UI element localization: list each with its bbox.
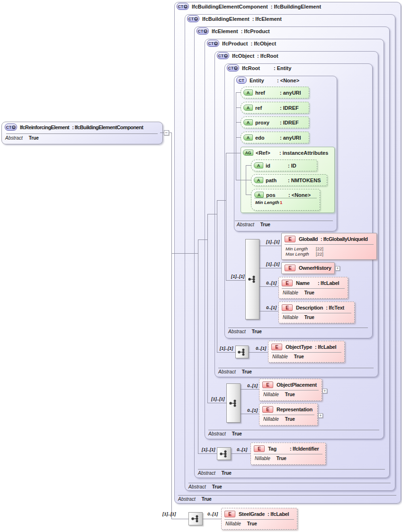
connector-line <box>217 352 235 353</box>
attribute-icon: A <box>254 162 263 168</box>
connector-line <box>249 352 268 353</box>
connector-line <box>198 239 207 240</box>
attribute-proxy[interactable]: A proxy : IDREF <box>241 116 309 128</box>
attribute-icon: A <box>254 177 263 183</box>
complex-type-icon: CT+ <box>227 64 239 71</box>
cardinality-label: [1]..[1] <box>220 346 233 351</box>
connector-line <box>236 92 241 93</box>
expand-button[interactable]: + <box>322 389 327 393</box>
divider <box>254 198 317 198</box>
element-icon: E <box>285 236 295 242</box>
connector-line <box>241 414 259 414</box>
divider <box>198 469 385 470</box>
element-objecttype[interactable]: E ObjectType: IfcLabel NillableTrue <box>268 341 345 363</box>
sequence-icon <box>219 450 229 458</box>
derived-plus-icon: + <box>12 125 16 129</box>
nillable-row: NillableTrue <box>251 456 325 461</box>
element-description[interactable]: E Description: IfcText NillableTrue <box>278 301 355 323</box>
attribute-icon: A <box>243 134 253 141</box>
nillable-row: NillableTrue <box>222 521 297 526</box>
collapse-button[interactable]: − <box>164 130 169 135</box>
sequence-connector[interactable] <box>226 383 241 423</box>
divider <box>228 328 368 328</box>
attribute-icon: A <box>243 119 253 125</box>
connector-line <box>198 239 198 453</box>
element-name[interactable]: E Name: IfcLabel NillableTrue <box>278 277 348 299</box>
connector-line <box>259 311 278 311</box>
connector-line <box>236 180 251 180</box>
connector-line <box>217 200 217 352</box>
attribute-group-header: AG <Ref> : instanceAttributes <box>243 150 328 156</box>
connector-line <box>207 214 217 214</box>
type-header-ifcreinforcingelement: CT+ IfcReinforcingElement: IfcBuildingEl… <box>5 124 143 131</box>
cardinality-label: [1]..[1] <box>231 274 245 279</box>
element-ownerhistory[interactable]: E OwnerHistory <box>281 262 335 274</box>
element-globalid[interactable]: E GlobalId: IfcGloballyUniqueId Min Leng… <box>281 233 377 260</box>
type-header-ifcroot: CT+ IfcRoot: Entity <box>227 64 291 71</box>
element-icon: E <box>282 304 293 311</box>
abstract-row: AbstractTrue <box>178 497 212 502</box>
nillable-row: NillableTrue <box>268 354 344 359</box>
connector-line <box>231 453 250 454</box>
derived-plus-icon: + <box>234 66 238 70</box>
attribute-icon: A <box>243 105 253 111</box>
facet-max-length: Max Length[22] <box>282 251 376 257</box>
derived-plus-icon: + <box>194 17 198 21</box>
element-icon: E <box>262 381 273 388</box>
complex-type-icon: CT <box>236 77 247 84</box>
divider <box>282 313 351 313</box>
attribute-pos[interactable]: A pos : <None> Min Length 1 <box>251 189 320 211</box>
derived-plus-icon: + <box>224 54 228 58</box>
cardinality-label: 0..[1] <box>266 280 277 285</box>
type-header-ifcbuildingelement: CT+ IfcBuildingElement: IfcElement <box>187 15 282 22</box>
cardinality-label: 0..[1] <box>266 305 277 310</box>
divider <box>224 519 294 520</box>
type-header-ifcobject: CT+ IfcObject: IfcRoot <box>217 52 278 59</box>
sequence-connector[interactable] <box>235 346 249 358</box>
type-header-entity: CT Entity: <None> <box>236 77 299 84</box>
cardinality-label: [1]..[1] <box>266 239 280 244</box>
sequence-icon <box>248 275 257 284</box>
abstract-row: AbstractTrue <box>188 484 222 489</box>
attribute-edo[interactable]: A edo : anyURI <box>241 132 309 143</box>
divider <box>282 288 345 289</box>
cardinality-label: 0..[1] <box>247 408 258 413</box>
element-representation[interactable]: E Representation NillableTrue <box>259 403 318 426</box>
abstract-row: AbstractTrue <box>228 329 262 334</box>
connector-line <box>246 165 246 195</box>
divider <box>208 430 379 430</box>
attribute-icon: A <box>243 89 253 96</box>
divider <box>262 415 314 415</box>
connector-line <box>226 153 241 153</box>
divider <box>218 368 374 368</box>
attribute-href[interactable]: A href : anyURI <box>241 87 309 98</box>
element-tag[interactable]: E Tag: IfcIdentifier NillableTrue <box>250 443 326 465</box>
expand-button[interactable]: + <box>318 413 323 418</box>
connector-line <box>171 133 172 519</box>
nillable-row: NillableTrue <box>279 290 348 295</box>
divider <box>6 133 158 134</box>
complex-type-icon: CT+ <box>5 124 17 131</box>
connector-line <box>236 92 236 180</box>
sequence-connector[interactable] <box>245 239 259 319</box>
element-steelgrade[interactable]: E SteelGrade: IfcLabel NillableTrue <box>221 508 297 530</box>
connector-line <box>203 519 221 519</box>
connector-line <box>236 122 241 123</box>
attribute-icon: A <box>254 192 264 198</box>
divider <box>235 221 333 221</box>
derived-plus-icon: + <box>214 42 218 45</box>
type-header-ifcbuildingelementcomponent: CT+ IfcBuildingElementComponent: IfcBuil… <box>177 3 321 10</box>
connector-line <box>226 280 245 281</box>
element-objectplacement[interactable]: E ObjectPlacement NillableTrue <box>259 379 322 401</box>
attribute-id[interactable]: A id : ID <box>251 160 317 171</box>
divider <box>271 352 341 353</box>
connector-line <box>160 133 164 133</box>
sequence-connector[interactable] <box>188 512 203 525</box>
sequence-icon <box>237 348 247 356</box>
attribute-path[interactable]: A path : NMTOKENS <box>251 174 327 186</box>
attribute-ref[interactable]: A ref : IDREF <box>241 102 309 114</box>
sequence-connector[interactable] <box>217 447 231 460</box>
xsd-diagram: A href : anyURI A ref : IDREF A proxy : … <box>0 0 402 532</box>
expand-button[interactable]: + <box>335 266 340 271</box>
abstract-row: AbstractTrue <box>208 431 242 436</box>
